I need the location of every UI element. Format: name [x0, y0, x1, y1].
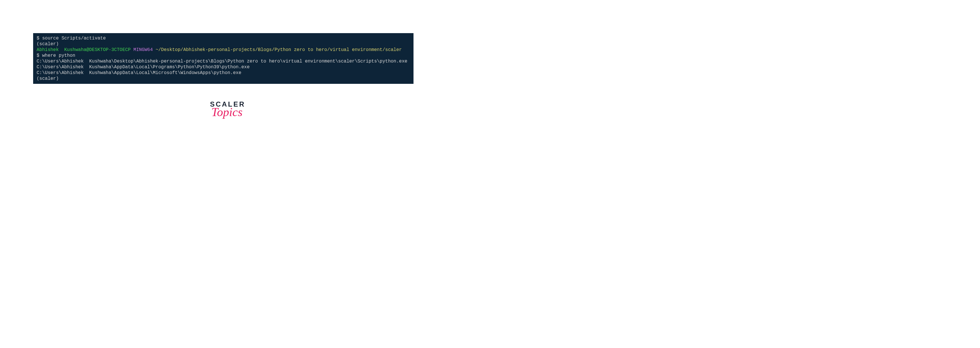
scaler-topics-logo: SCALER Topics [207, 101, 248, 118]
terminal-line-7: C:\Users\Abhishek Kushwaha\AppData\Local… [37, 70, 410, 76]
terminal-window[interactable]: $ source Scripts/activate (scaler) Abhis… [33, 33, 414, 84]
prompt-symbol: $ [37, 53, 42, 58]
output-path: C:\Users\Abhishek Kushwaha\AppData\Local… [37, 65, 250, 70]
prompt-symbol: $ [37, 36, 42, 41]
venv-indicator: (scaler) [37, 41, 59, 47]
terminal-line-6: C:\Users\Abhishek Kushwaha\AppData\Local… [37, 64, 410, 70]
output-path: C:\Users\Abhishek Kushwaha\Desktop\Abhis… [37, 59, 407, 64]
working-directory: ~/Desktop/Abhishek-personal-projects/Blo… [156, 47, 402, 52]
terminal-line-8: (scaler) [37, 76, 410, 81]
terminal-line-2: (scaler) [37, 41, 410, 47]
command-text: source Scripts/activate [42, 36, 106, 41]
terminal-line-5: C:\Users\Abhishek Kushwaha\Desktop\Abhis… [37, 59, 410, 64]
terminal-line-1: $ source Scripts/activate [37, 35, 410, 41]
user-host-text: Abhishek Kushwaha@DESKTOP-3CTOECP [37, 47, 134, 52]
output-path: C:\Users\Abhishek Kushwaha\AppData\Local… [37, 70, 242, 75]
command-text: where python [42, 53, 75, 58]
terminal-line-4: $ where python [37, 53, 410, 59]
terminal-line-3: Abhishek Kushwaha@DESKTOP-3CTOECP MINGW6… [37, 47, 410, 53]
mingw-label: MINGW64 [134, 47, 156, 52]
logo-topics-text: Topics [206, 107, 248, 118]
venv-indicator: (scaler) [37, 76, 59, 81]
